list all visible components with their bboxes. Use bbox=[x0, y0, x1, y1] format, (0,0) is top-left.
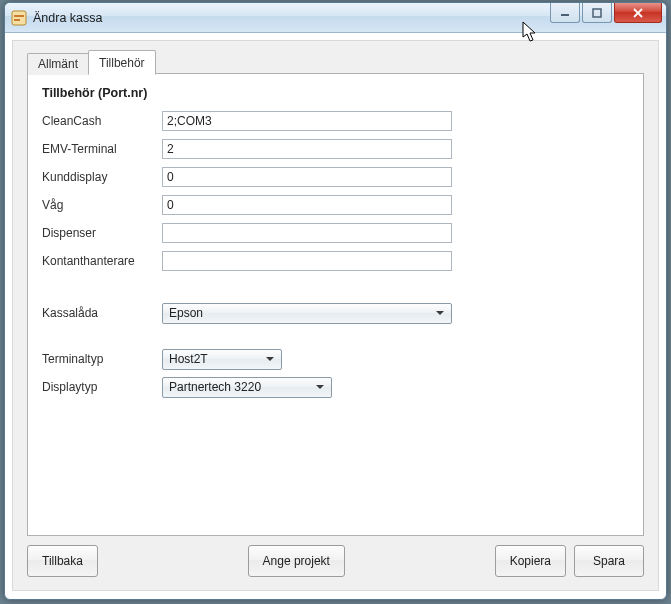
select-displaytyp[interactable]: Partnertech 3220 bbox=[162, 377, 332, 398]
label-kassalada: Kassalåda bbox=[40, 306, 162, 320]
back-button[interactable]: Tillbaka bbox=[27, 545, 98, 577]
input-kontant[interactable] bbox=[162, 251, 452, 271]
tab-strip: Allmänt Tillbehör bbox=[27, 52, 155, 74]
row-emv: EMV-Terminal bbox=[40, 138, 631, 160]
tab-panel-accessories: Tillbehör (Port.nr) CleanCash EMV-Termin… bbox=[27, 73, 644, 536]
close-icon bbox=[632, 8, 644, 18]
copy-button[interactable]: Kopiera bbox=[495, 545, 566, 577]
row-terminaltyp: Terminaltyp Host2T bbox=[40, 348, 631, 370]
svg-rect-0 bbox=[12, 11, 26, 25]
input-vag[interactable] bbox=[162, 195, 452, 215]
maximize-button[interactable] bbox=[582, 3, 612, 23]
window-frame: Ändra kassa Allmänt Tillbehör Tillbehör … bbox=[4, 2, 667, 600]
window-title: Ändra kassa bbox=[33, 11, 102, 25]
row-cleancash: CleanCash bbox=[40, 110, 631, 132]
minimize-icon bbox=[560, 8, 570, 18]
close-button[interactable] bbox=[614, 3, 662, 23]
row-kassalada: Kassalåda Epson bbox=[40, 302, 631, 324]
tab-general[interactable]: Allmänt bbox=[27, 53, 89, 75]
label-emv: EMV-Terminal bbox=[40, 142, 162, 156]
row-dispenser: Dispenser bbox=[40, 222, 631, 244]
label-kontant: Kontanthanterare bbox=[40, 254, 162, 268]
row-kontant: Kontanthanterare bbox=[40, 250, 631, 272]
label-cleancash: CleanCash bbox=[40, 114, 162, 128]
set-project-button[interactable]: Ange projekt bbox=[248, 545, 345, 577]
tab-accessories[interactable]: Tillbehör bbox=[88, 50, 156, 75]
title-bar[interactable]: Ändra kassa bbox=[5, 3, 666, 33]
svg-rect-1 bbox=[14, 15, 24, 17]
save-button[interactable]: Spara bbox=[574, 545, 644, 577]
label-vag: Våg bbox=[40, 198, 162, 212]
window-controls bbox=[550, 3, 662, 23]
row-displaytyp: Displaytyp Partnertech 3220 bbox=[40, 376, 631, 398]
svg-rect-2 bbox=[14, 19, 20, 21]
row-kunddisplay: Kunddisplay bbox=[40, 166, 631, 188]
section-heading: Tillbehör (Port.nr) bbox=[42, 86, 631, 100]
svg-rect-3 bbox=[561, 14, 569, 16]
label-kunddisplay: Kunddisplay bbox=[40, 170, 162, 184]
select-kassalada[interactable]: Epson bbox=[162, 303, 452, 324]
input-kunddisplay[interactable] bbox=[162, 167, 452, 187]
svg-rect-4 bbox=[593, 9, 601, 17]
client-area: Allmänt Tillbehör Tillbehör (Port.nr) Cl… bbox=[12, 40, 659, 591]
maximize-icon bbox=[592, 8, 602, 18]
input-emv[interactable] bbox=[162, 139, 452, 159]
select-terminaltyp[interactable]: Host2T bbox=[162, 349, 282, 370]
button-bar: Tillbaka Ange projekt Kopiera Spara bbox=[27, 544, 644, 578]
label-dispenser: Dispenser bbox=[40, 226, 162, 240]
input-dispenser[interactable] bbox=[162, 223, 452, 243]
row-vag: Våg bbox=[40, 194, 631, 216]
app-icon bbox=[11, 10, 27, 26]
minimize-button[interactable] bbox=[550, 3, 580, 23]
label-terminaltyp: Terminaltyp bbox=[40, 352, 162, 366]
label-displaytyp: Displaytyp bbox=[40, 380, 162, 394]
input-cleancash[interactable] bbox=[162, 111, 452, 131]
